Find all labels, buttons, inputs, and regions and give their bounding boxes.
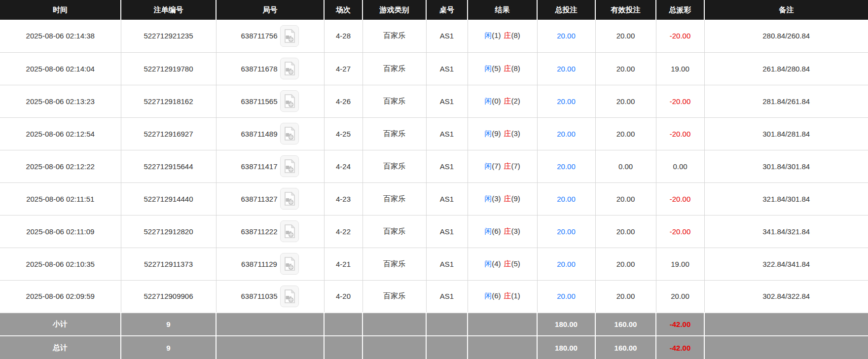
summary-empty bbox=[468, 313, 537, 336]
table-row: 2025-08-06 02:14:38 522712921235 6387117… bbox=[0, 20, 868, 52]
cell-valid-bet: 0.00 bbox=[595, 150, 656, 182]
cell-time: 2025-08-06 02:11:51 bbox=[0, 182, 121, 215]
result-player-value: (6) bbox=[492, 291, 501, 300]
video-file-icon bbox=[284, 257, 295, 271]
cell-game-type: 百家乐 bbox=[362, 280, 426, 313]
cell-round-id: 638711417 bbox=[216, 150, 324, 182]
result-banker-label: 庄 bbox=[504, 31, 511, 39]
video-replay-button[interactable] bbox=[280, 58, 299, 79]
video-replay-button[interactable] bbox=[280, 253, 299, 275]
video-replay-button[interactable] bbox=[280, 220, 299, 242]
cell-session: 4-23 bbox=[324, 182, 362, 215]
result-banker-value: (2) bbox=[511, 97, 520, 105]
cell-total-payout: -20.00 bbox=[656, 117, 704, 150]
summary-valid-bet: 160.00 bbox=[595, 336, 656, 359]
summary-empty bbox=[426, 336, 468, 359]
cell-total-bet: 20.00 bbox=[537, 215, 595, 248]
cell-valid-bet: 20.00 bbox=[595, 52, 656, 85]
col-header-valid-bet: 有效投注 bbox=[595, 0, 656, 20]
cell-time: 2025-08-06 02:14:04 bbox=[0, 52, 121, 85]
cell-session: 4-26 bbox=[324, 85, 362, 117]
table-header: 时间注单编号局号场次游戏类别桌号结果总投注有效投注总派彩备注 bbox=[0, 0, 868, 20]
cell-result: 闲(3)庄(9) bbox=[468, 182, 537, 215]
table-row: 2025-08-06 02:11:51 522712914440 6387113… bbox=[0, 182, 868, 215]
cell-bet-id: 522712919780 bbox=[121, 52, 216, 85]
cell-result: 闲(6)庄(3) bbox=[468, 215, 537, 248]
col-header-time: 时间 bbox=[0, 0, 121, 20]
video-replay-button[interactable] bbox=[280, 188, 299, 210]
result-banker-value: (3) bbox=[511, 129, 520, 138]
table-row: 2025-08-06 02:14:04 522712919780 6387116… bbox=[0, 52, 868, 85]
col-header-game-type: 游戏类别 bbox=[362, 0, 426, 20]
cell-bet-id: 522712921235 bbox=[121, 20, 216, 52]
round-id-text: 638711756 bbox=[241, 32, 278, 40]
col-header-total-payout: 总派彩 bbox=[656, 0, 704, 20]
video-replay-button[interactable] bbox=[280, 155, 299, 177]
cell-remark: 341.84/321.84 bbox=[704, 215, 868, 248]
result-player-label: 闲 bbox=[484, 97, 492, 105]
cell-total-payout: 0.00 bbox=[656, 150, 704, 182]
cell-result: 闲(6)庄(1) bbox=[468, 280, 537, 313]
cell-remark: 321.84/301.84 bbox=[704, 182, 868, 215]
result-player-value: (3) bbox=[492, 194, 501, 203]
summary-empty bbox=[324, 336, 362, 359]
col-header-total-bet: 总投注 bbox=[537, 0, 595, 20]
table-footer: 小计 9 180.00 160.00 -42.00 总计 9 180.00 16… bbox=[0, 313, 868, 359]
result-banker-value: (9) bbox=[511, 194, 520, 203]
result-banker-value: (5) bbox=[511, 259, 520, 268]
summary-empty bbox=[362, 336, 426, 359]
cell-time: 2025-08-06 02:12:54 bbox=[0, 117, 121, 150]
result-banker-label: 庄 bbox=[504, 227, 511, 235]
cell-session: 4-20 bbox=[324, 280, 362, 313]
cell-game-type: 百家乐 bbox=[362, 85, 426, 117]
col-header-session: 场次 bbox=[324, 0, 362, 20]
video-file-icon bbox=[284, 159, 295, 173]
result-player-value: (9) bbox=[492, 129, 501, 138]
cell-total-payout: 19.00 bbox=[656, 248, 704, 280]
result-banker-value: (8) bbox=[511, 64, 520, 72]
summary-total-bet: 180.00 bbox=[537, 336, 595, 359]
table-row: 2025-08-06 02:11:09 522712912820 6387112… bbox=[0, 215, 868, 248]
cell-table-no: AS1 bbox=[426, 150, 468, 182]
video-replay-button[interactable] bbox=[280, 123, 299, 144]
cell-game-type: 百家乐 bbox=[362, 150, 426, 182]
cell-result: 闲(1)庄(8) bbox=[468, 20, 537, 52]
result-player-label: 闲 bbox=[484, 194, 492, 203]
cell-bet-id: 522712918162 bbox=[121, 85, 216, 117]
cell-time: 2025-08-06 02:09:59 bbox=[0, 280, 121, 313]
cell-table-no: AS1 bbox=[426, 280, 468, 313]
cell-total-payout: -20.00 bbox=[656, 20, 704, 52]
summary-valid-bet: 160.00 bbox=[595, 313, 656, 336]
summary-count: 9 bbox=[121, 313, 216, 336]
result-player-value: (1) bbox=[492, 31, 501, 39]
cell-valid-bet: 20.00 bbox=[595, 215, 656, 248]
cell-time: 2025-08-06 02:10:35 bbox=[0, 248, 121, 280]
video-file-icon bbox=[284, 62, 295, 75]
result-banker-label: 庄 bbox=[504, 64, 511, 72]
cell-remark: 322.84/341.84 bbox=[704, 248, 868, 280]
video-replay-button[interactable] bbox=[280, 25, 299, 47]
cell-bet-id: 522712916927 bbox=[121, 117, 216, 150]
cell-game-type: 百家乐 bbox=[362, 20, 426, 52]
result-banker-label: 庄 bbox=[504, 97, 511, 105]
cell-session: 4-28 bbox=[324, 20, 362, 52]
cell-round-id: 638711222 bbox=[216, 215, 324, 248]
result-banker-label: 庄 bbox=[504, 194, 511, 203]
cell-bet-id: 522712914440 bbox=[121, 182, 216, 215]
cell-valid-bet: 20.00 bbox=[595, 248, 656, 280]
cell-time: 2025-08-06 02:14:38 bbox=[0, 20, 121, 52]
cell-bet-id: 522712909906 bbox=[121, 280, 216, 313]
video-replay-button[interactable] bbox=[280, 90, 299, 112]
summary-row: 总计 9 180.00 160.00 -42.00 bbox=[0, 336, 868, 359]
cell-total-payout: 19.00 bbox=[656, 52, 704, 85]
cell-session: 4-25 bbox=[324, 117, 362, 150]
result-banker-value: (3) bbox=[511, 227, 520, 235]
cell-valid-bet: 20.00 bbox=[595, 280, 656, 313]
cell-round-id: 638711565 bbox=[216, 85, 324, 117]
video-file-icon bbox=[284, 289, 295, 303]
round-id-text: 638711222 bbox=[241, 227, 278, 236]
video-replay-button[interactable] bbox=[280, 286, 299, 307]
cell-remark: 301.84/301.84 bbox=[704, 150, 868, 182]
cell-result: 闲(0)庄(2) bbox=[468, 85, 537, 117]
cell-result: 闲(7)庄(7) bbox=[468, 150, 537, 182]
